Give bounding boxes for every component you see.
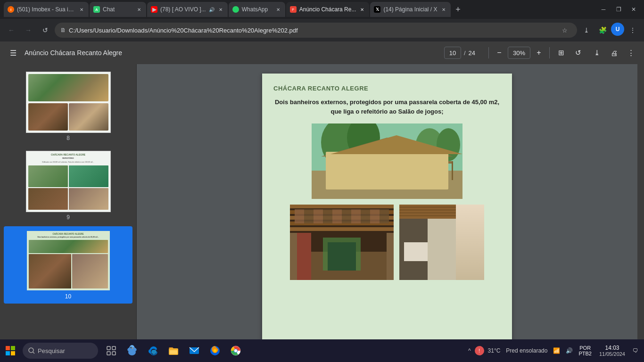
bookmark-button[interactable]: ☆ <box>558 24 571 37</box>
svg-rect-14 <box>452 161 453 180</box>
volume-icon[interactable]: 🔊 <box>564 346 575 356</box>
thumbnail-page-8[interactable]: 8 <box>4 68 132 145</box>
photo-2 <box>290 205 394 280</box>
pdf-zoom-input[interactable] <box>508 47 530 59</box>
window-controls: ─ ❐ ✕ <box>597 3 640 16</box>
url-bar[interactable]: 🗎 C:/Users/Usuario/Downloads/Anúncio%20C… <box>55 23 577 38</box>
svg-rect-37 <box>456 223 482 278</box>
mail-icon[interactable] <box>185 341 204 360</box>
svg-point-40 <box>458 246 461 248</box>
tab-title-youtube: (78) [ AO VIVO ]... <box>160 6 206 13</box>
minimize-button[interactable]: ─ <box>597 3 610 16</box>
bird-app-icon[interactable] <box>123 341 141 360</box>
notification-button[interactable]: 🗨 <box>631 346 640 356</box>
tab-close-whatsapp[interactable]: ✕ <box>275 6 281 13</box>
svg-line-50 <box>33 352 34 354</box>
pdf-more-button[interactable]: ⋮ <box>623 45 638 60</box>
tab-close-imobex[interactable]: ✕ <box>78 6 85 13</box>
tab-close-pdf[interactable]: ✕ <box>359 6 365 13</box>
security-icon: ! <box>475 346 484 355</box>
language-code: POR <box>579 345 591 351</box>
thumbnail-page-10[interactable]: CHÁCARA RECANTO ALEGRE Dois banheiros ex… <box>4 226 132 304</box>
favicon-youtube: ▶ <box>151 6 157 13</box>
clock-date: 11/05/2024 <box>599 351 625 357</box>
thumbnail-page-9[interactable]: CHÁCARA RECANTO ALEGRE REFEITÓRIO Edific… <box>4 147 132 224</box>
page-description: Dois banheiros externos, protegidos por … <box>273 98 501 116</box>
pdf-print-button[interactable]: 🖨 <box>606 45 621 60</box>
network-icon[interactable]: 📶 <box>551 346 562 356</box>
svg-rect-44 <box>462 220 474 223</box>
photo-grid <box>273 123 501 280</box>
search-icon-taskbar <box>28 347 35 354</box>
reload-button[interactable]: ↺ <box>38 23 53 38</box>
tab-whatsapp[interactable]: WhatsApp ✕ <box>229 2 285 17</box>
svg-rect-20 <box>290 227 394 231</box>
svg-rect-10 <box>415 164 429 175</box>
photo-row <box>290 205 484 280</box>
thumb-canvas-8 <box>26 72 111 133</box>
close-button[interactable]: ✕ <box>627 3 640 16</box>
svg-rect-16 <box>290 205 394 208</box>
tab-close-twitter[interactable]: ✕ <box>440 6 447 13</box>
show-hidden-icons[interactable]: ^ <box>466 346 473 356</box>
svg-rect-5 <box>312 171 462 199</box>
svg-rect-52 <box>112 346 116 350</box>
pdf-rotate-button[interactable]: ↺ <box>570 45 586 60</box>
pdf-sidebar[interactable]: 8 CHÁCARA RECANTO ALEGRE REFEITÓRIO Edif… <box>0 64 137 362</box>
pdf-main-view[interactable]: CHÁCARA RECANTO ALEGRE Dois banheiros ex… <box>137 64 637 362</box>
svg-rect-31 <box>399 206 484 208</box>
restore-button[interactable]: ❐ <box>612 3 625 16</box>
svg-point-60 <box>131 347 132 348</box>
firefox-icon[interactable] <box>206 341 224 360</box>
svg-rect-47 <box>6 351 10 355</box>
tab-close-chat[interactable]: ✕ <box>136 6 142 13</box>
pdf-right-scroll[interactable] <box>637 64 644 362</box>
folder-icon <box>168 346 179 356</box>
pdf-download-button[interactable]: ⤓ <box>589 45 604 60</box>
new-tab-button[interactable]: + <box>452 3 465 16</box>
pdf-page-input[interactable] <box>444 47 461 59</box>
tab-title-chat: Chat <box>103 6 133 13</box>
tab-chat[interactable]: A Chat ✕ <box>90 2 146 17</box>
svg-rect-42 <box>404 242 428 261</box>
svg-rect-25 <box>328 242 356 271</box>
taskbar-search[interactable]: Pesquisar <box>23 343 98 359</box>
tab-title-whatsapp: WhatsApp <box>242 6 272 13</box>
tab-youtube[interactable]: ▶ (78) [ AO VIVO ]... 🔊 ✕ <box>147 2 228 17</box>
svg-rect-28 <box>297 233 311 280</box>
tab-title-twitter: (14) Página Inicial / X <box>383 6 437 13</box>
pdf-content: 8 CHÁCARA RECANTO ALEGRE REFEITÓRIO Edif… <box>0 64 644 362</box>
extensions-button[interactable]: 🧩 <box>595 23 610 38</box>
task-view-button[interactable] <box>102 341 121 360</box>
taskbar-center-icons <box>102 341 245 360</box>
svg-point-49 <box>29 348 33 353</box>
zoom-out-button[interactable]: − <box>493 46 506 59</box>
forward-button[interactable]: → <box>21 23 36 38</box>
tab-close-youtube[interactable]: ✕ <box>217 6 224 13</box>
svg-point-2 <box>347 123 380 159</box>
chrome-icon[interactable] <box>226 341 245 360</box>
settings-button[interactable]: ⋮ <box>625 23 640 38</box>
svg-rect-39 <box>458 252 479 275</box>
edge-browser-icon[interactable] <box>143 341 162 360</box>
pdf-menu-button[interactable]: ☰ <box>6 45 21 60</box>
pdf-zoom-controls: − + ⊞ ↺ <box>487 45 586 60</box>
tab-twitter[interactable]: 𝕏 (14) Página Inicial / X ✕ <box>370 2 450 17</box>
back-button[interactable]: ← <box>4 23 19 38</box>
pdf-fit-button[interactable]: ⊞ <box>553 45 569 60</box>
chrome-browser-icon <box>230 345 241 356</box>
svg-rect-48 <box>11 351 15 355</box>
zoom-in-button[interactable]: + <box>532 46 545 59</box>
downloads-button[interactable]: ⤓ <box>579 23 594 38</box>
svg-point-3 <box>415 128 444 166</box>
start-button[interactable] <box>0 339 21 362</box>
photo-1-svg <box>312 123 462 199</box>
svg-point-68 <box>214 349 216 352</box>
tab-pdf[interactable]: P Anúncio Chácara Re... ✕ <box>286 2 370 17</box>
file-explorer-icon[interactable] <box>164 341 183 360</box>
tab-imobex[interactable]: i (501) Imobex - Sua in... ✕ <box>4 2 89 17</box>
favicon-whatsapp <box>232 6 239 13</box>
language-area[interactable]: POR PTB2 <box>577 343 594 358</box>
profile-button[interactable]: U <box>611 23 624 36</box>
clock-area[interactable]: 14:03 11/05/2024 <box>595 343 629 359</box>
